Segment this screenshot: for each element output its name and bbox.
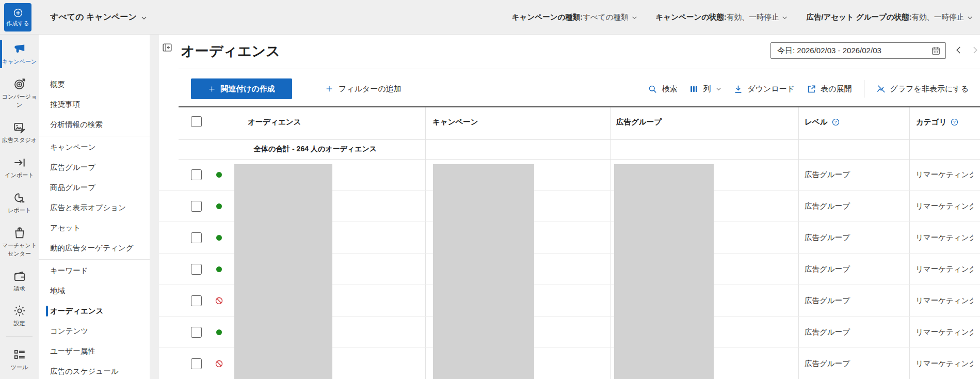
merchant-icon xyxy=(13,226,26,240)
sidebar-item[interactable]: コンテンツ xyxy=(39,321,150,341)
column-header-label: 広告グループ xyxy=(616,117,662,127)
row-category-cell: リマーケティング xyxy=(915,285,973,317)
status-active-icon xyxy=(216,266,222,272)
create-button[interactable]: 作成する xyxy=(4,3,31,31)
filter-text: キャンペーンの状態:有効、一時停止 xyxy=(656,12,779,22)
rail-item-merchant-center[interactable]: マーチャント センター xyxy=(0,222,39,262)
column-header-2[interactable]: 広告グループ xyxy=(616,117,662,127)
tool-download[interactable]: ダウンロード xyxy=(733,84,795,94)
tool-label: 列 xyxy=(703,84,711,94)
select-all-checkbox[interactable] xyxy=(191,116,202,127)
sidebar-collapse-icon[interactable] xyxy=(162,42,173,53)
gear-icon xyxy=(13,304,26,318)
add-filter-label: フィルターの追加 xyxy=(339,84,401,94)
row-checkbox[interactable] xyxy=(191,295,202,306)
row-checkbox[interactable] xyxy=(191,201,202,212)
column-header-4[interactable]: カテゴリ? xyxy=(916,117,959,127)
column-header-label: カテゴリ xyxy=(916,117,946,127)
row-category-cell: リマーケティング xyxy=(915,317,973,348)
rail-item-label: 請求 xyxy=(2,285,38,293)
row-checkbox[interactable] xyxy=(191,327,202,338)
scope-label: すべての キャンペーン xyxy=(50,12,137,23)
row-level-cell: 広告グループ xyxy=(805,191,850,222)
global-filter-0[interactable]: キャンペーンの種類:すべての種類 xyxy=(512,12,637,22)
date-next-icon[interactable] xyxy=(970,45,979,55)
column-header-0[interactable]: オーディエンス xyxy=(248,117,301,127)
rail-item-settings[interactable]: 設定 xyxy=(0,299,39,332)
chevron-down-icon xyxy=(967,15,973,21)
status-active-icon xyxy=(216,172,222,178)
rail-item-conversions[interactable]: コンバージョン xyxy=(0,73,39,114)
create-association-label: 関連付けの作成 xyxy=(220,84,275,94)
main-panel: オーディエンス 今日: 2026/02/03 - 2026/02/03 関連付け… xyxy=(159,35,980,379)
sidebar-item[interactable]: キーワード xyxy=(39,261,150,281)
global-filter-2[interactable]: 広告/アセット グループの状態:有効、一時停止 xyxy=(806,12,973,22)
header-divider xyxy=(179,69,980,69)
rail-item-label: コンバージョン xyxy=(2,93,38,109)
tool-search[interactable]: 検索 xyxy=(648,84,677,94)
sidebar-item[interactable]: 商品グループ xyxy=(39,178,150,198)
rail-item-label: 広告スタジオ xyxy=(2,136,38,145)
chevron-down-icon xyxy=(632,15,637,21)
rail-item-ad-studio[interactable]: 広告スタジオ xyxy=(0,116,39,149)
rail-item-import[interactable]: インポート xyxy=(0,151,39,184)
sidebar-divider xyxy=(39,136,150,136)
sidebar-item[interactable]: 動的広告ターゲティング xyxy=(39,238,150,258)
table-toolbar: 検索列ダウンロード表の展開グラフを非表示にする xyxy=(648,78,969,99)
row-level-cell: 広告グループ xyxy=(805,254,850,285)
status-active-icon xyxy=(216,203,222,209)
toolbar-divider xyxy=(864,80,864,98)
sidebar-item[interactable]: 地域 xyxy=(39,281,150,301)
status-active-icon xyxy=(216,235,222,241)
svg-text:?: ? xyxy=(953,120,956,124)
help-icon[interactable]: ? xyxy=(950,118,959,127)
tool-columns[interactable]: 列 xyxy=(689,84,721,94)
global-filter-1[interactable]: キャンペーンの状態:有効、一時停止 xyxy=(656,12,788,22)
sidebar-item[interactable]: ユーザー属性 xyxy=(39,341,150,361)
tool-hide-chart[interactable]: グラフを非表示にする xyxy=(876,84,969,94)
row-category-cell: リマーケティング xyxy=(915,348,973,379)
campaign-scope-selector[interactable]: すべての キャンペーン xyxy=(50,0,147,35)
filter-text: 広告/アセット グループの状態:有効、一時停止 xyxy=(806,12,964,22)
row-category-cell: リマーケティング xyxy=(915,222,973,254)
date-prev-icon[interactable] xyxy=(954,45,963,55)
megaphone-icon xyxy=(13,42,26,56)
row-checkbox[interactable] xyxy=(191,358,202,369)
status-active-icon xyxy=(216,329,222,335)
sidebar-item[interactable]: キャンペーン xyxy=(39,137,150,157)
sidebar-item[interactable]: 広告グループ xyxy=(39,157,150,178)
help-icon[interactable]: ? xyxy=(831,118,840,127)
sidebar-item[interactable]: 分析情報の検索 xyxy=(39,115,150,135)
row-category-cell: リマーケティング xyxy=(915,159,973,191)
rail-item-tools[interactable]: ツール xyxy=(0,343,39,376)
search-icon xyxy=(648,84,657,94)
rail-item-campaigns[interactable]: キャンペーン xyxy=(0,38,39,70)
tool-label: グラフを非表示にする xyxy=(890,84,969,94)
rail-item-label: 設定 xyxy=(2,320,38,328)
create-association-button[interactable]: 関連付けの作成 xyxy=(191,78,292,99)
rail-item-reports[interactable]: レポート xyxy=(0,186,39,219)
row-checkbox[interactable] xyxy=(191,232,202,243)
blocked-icon xyxy=(215,296,223,305)
sidebar-item[interactable]: 広告と表示オプション xyxy=(39,198,150,218)
sidebar-item[interactable]: 広告のスケジュール xyxy=(39,361,150,379)
hide-chart-icon xyxy=(876,84,886,94)
column-header-1[interactable]: キャンペーン xyxy=(432,117,478,127)
date-range-picker[interactable]: 今日: 2026/02/03 - 2026/02/03 xyxy=(770,42,946,59)
rail-item-label: レポート xyxy=(2,207,38,215)
row-level-cell: 広告グループ xyxy=(805,285,850,317)
tool-label: 検索 xyxy=(662,84,677,94)
sidebar-item[interactable]: 推奨事項 xyxy=(39,94,150,115)
tool-label: ダウンロード xyxy=(747,84,795,94)
sidebar-item[interactable]: 概要 xyxy=(39,74,150,94)
tool-expand[interactable]: 表の展開 xyxy=(807,84,852,94)
create-button-label: 作成する xyxy=(6,20,29,27)
row-checkbox[interactable] xyxy=(191,169,202,180)
rail-item-billing[interactable]: 請求 xyxy=(0,265,39,297)
sidebar-item[interactable]: オーディエンス xyxy=(39,301,150,321)
add-filter-button[interactable]: フィルターの追加 xyxy=(325,78,401,99)
row-checkbox[interactable] xyxy=(191,264,202,275)
column-header-3[interactable]: レベル? xyxy=(805,117,840,127)
sidebar-item[interactable]: アセット xyxy=(39,218,150,238)
calendar-icon xyxy=(931,46,941,56)
